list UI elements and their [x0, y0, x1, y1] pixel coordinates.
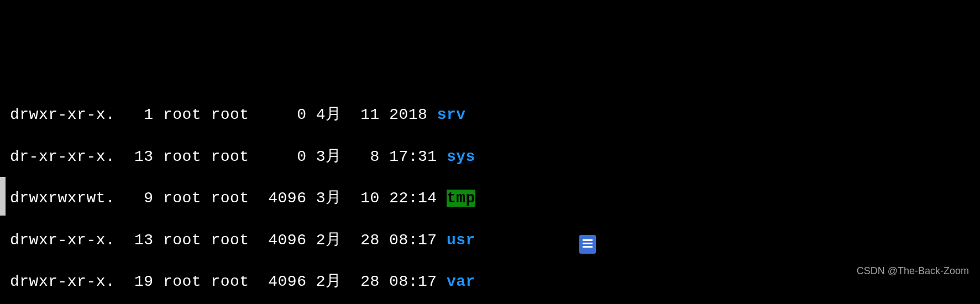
dir-srv: srv: [437, 106, 466, 123]
dir-tmp: tmp: [447, 190, 475, 207]
ls-row: drwxr-xr-x. 1 root root 0 4月 11 2018 srv: [10, 104, 980, 125]
dir-sys: sys: [447, 148, 475, 165]
ls-row: drwxr-xr-x. 19 root root 4096 2月 28 08:1…: [10, 271, 980, 292]
scrollbar-thumb[interactable]: [0, 177, 6, 216]
ls-row: drwxr-xr-x. 13 root root 4096 2月 28 08:1…: [10, 230, 980, 251]
terminal-output[interactable]: drwxr-xr-x. 1 root root 0 4月 11 2018 srv…: [0, 83, 980, 304]
watermark-text: CSDN @The-Back-Zoom: [857, 264, 969, 277]
document-icon[interactable]: [579, 235, 596, 254]
dir-var: var: [447, 273, 475, 290]
ls-row: dr-xr-xr-x. 13 root root 0 3月 8 17:31 sy…: [10, 146, 980, 167]
dir-usr: usr: [447, 232, 475, 249]
ls-row: drwxrwxrwt. 9 root root 4096 3月 10 22:14…: [10, 188, 980, 209]
